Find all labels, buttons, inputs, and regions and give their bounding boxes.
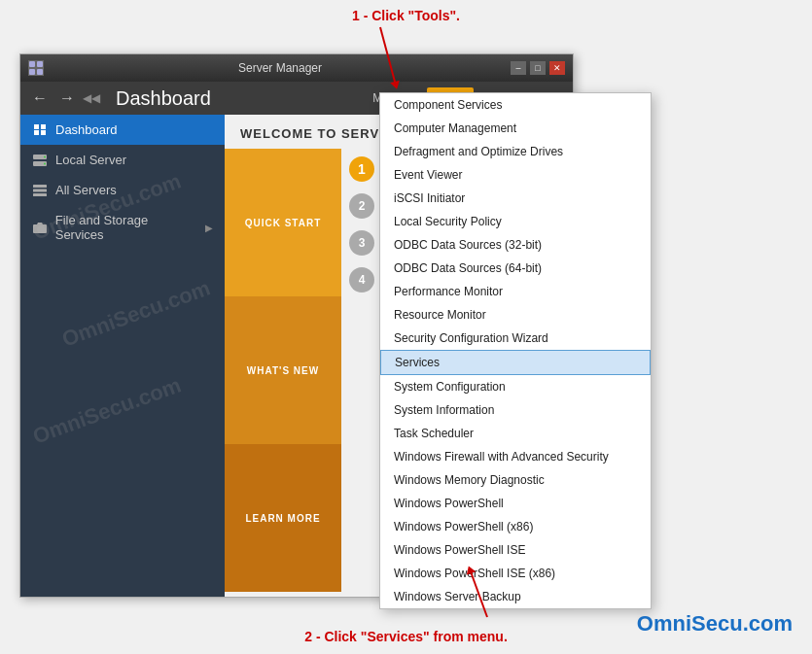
step-num-3: 3 — [349, 230, 374, 256]
minimize-button[interactable]: – — [511, 61, 526, 75]
menu-item-component-services[interactable]: Component Services — [380, 93, 651, 117]
menu-item-odbc-64[interactable]: ODBC Data Sources (64-bit) — [380, 257, 651, 280]
menu-item-odbc-32[interactable]: ODBC Data Sources (32-bit) — [380, 233, 651, 257]
menu-item-system-info[interactable]: System Information — [380, 398, 651, 422]
window-controls: – □ ✕ — [511, 61, 565, 75]
window-title: Server Manager — [50, 61, 511, 75]
sidebar-item-local-server[interactable]: Local Server — [20, 145, 225, 175]
menu-item-task-scheduler[interactable]: Task Scheduler — [380, 422, 651, 445]
watermark: OmniSecu.com — [637, 611, 793, 637]
watermark-suffix: Secu.com — [691, 611, 793, 636]
menu-item-iscsi[interactable]: iSCSI Initiator — [380, 187, 651, 210]
menu-item-security-config[interactable]: Security Configuration Wizard — [380, 327, 651, 350]
file-storage-chevron: ▶ — [205, 223, 213, 233]
tile-learn-more[interactable]: LEARN MORE — [225, 444, 341, 592]
menu-item-system-config[interactable]: System Configuration — [380, 375, 651, 398]
forward-button[interactable]: → — [55, 87, 79, 109]
svg-rect-0 — [29, 61, 35, 67]
sidebar: Dashboard Local Server All Servers File … — [20, 115, 225, 597]
svg-rect-11 — [33, 224, 47, 233]
menu-item-resource-monitor[interactable]: Resource Monitor — [380, 303, 651, 327]
menu-item-powershell-x86[interactable]: Windows PowerShell (x86) — [380, 515, 651, 538]
menu-item-perf-monitor[interactable]: Performance Monitor — [380, 280, 651, 303]
svg-point-6 — [44, 155, 46, 157]
dashboard-icon — [32, 123, 48, 137]
tiles-column: QUICK START WHAT'S NEW LEARN MORE — [225, 149, 341, 592]
tools-dropdown: Component Services Computer Management D… — [379, 92, 652, 609]
menu-item-powershell[interactable]: Windows PowerShell — [380, 492, 651, 515]
annotation-top: 1 - Click "Tools". — [352, 8, 460, 23]
svg-rect-8 — [33, 185, 47, 188]
sidebar-item-dashboard[interactable]: Dashboard — [20, 115, 225, 145]
close-button[interactable]: ✕ — [549, 61, 565, 75]
menu-item-computer-management[interactable]: Computer Management — [380, 117, 651, 140]
step-num-2: 2 — [349, 193, 374, 219]
svg-rect-1 — [37, 61, 43, 67]
svg-rect-9 — [33, 189, 47, 191]
sidebar-label-all-servers: All Servers — [55, 183, 117, 197]
svg-point-7 — [44, 162, 46, 164]
menu-item-server-backup[interactable]: Windows Server Backup — [380, 585, 651, 608]
title-bar: Server Manager – □ ✕ — [20, 54, 573, 82]
menu-item-event-viewer[interactable]: Event Viewer — [380, 163, 651, 187]
sidebar-label-file-storage: File and Storage Services — [55, 213, 197, 242]
menu-item-defragment[interactable]: Defragment and Optimize Drives — [380, 140, 651, 163]
maximize-button[interactable]: □ — [530, 61, 546, 75]
file-storage-icon — [32, 221, 48, 234]
menu-item-memory-diag[interactable]: Windows Memory Diagnostic — [380, 468, 651, 492]
watermark-prefix: Omni — [637, 611, 691, 636]
svg-rect-10 — [33, 193, 47, 196]
sidebar-item-all-servers[interactable]: All Servers — [20, 175, 225, 205]
tile-quick-start[interactable]: QUICK START — [225, 149, 341, 296]
sidebar-label-local-server: Local Server — [55, 153, 126, 167]
menu-item-powershell-ise[interactable]: Windows PowerShell ISE — [380, 538, 651, 562]
step-num-1: 1 — [349, 156, 374, 182]
window-icon — [28, 60, 44, 76]
tile-whats-new[interactable]: WHAT'S NEW — [225, 296, 341, 444]
page-title: Dashboard — [116, 87, 359, 110]
sidebar-label-dashboard: Dashboard — [55, 122, 118, 137]
back-button[interactable]: ← — [28, 87, 52, 109]
local-server-icon — [32, 154, 48, 167]
menu-item-windows-firewall[interactable]: Windows Firewall with Advanced Security — [380, 445, 651, 468]
all-servers-icon — [32, 184, 48, 197]
svg-rect-2 — [29, 69, 35, 75]
menu-item-local-security[interactable]: Local Security Policy — [380, 210, 651, 233]
svg-rect-3 — [37, 69, 43, 75]
sidebar-item-file-storage[interactable]: File and Storage Services ▶ — [20, 205, 225, 250]
step-num-4: 4 — [349, 267, 374, 293]
menu-item-services[interactable]: Services — [380, 350, 651, 375]
annotation-bottom: 2 - Click "Services" from menu. — [304, 629, 508, 644]
nav-separator: ◀◀ — [83, 91, 100, 105]
menu-item-powershell-ise-x86[interactable]: Windows PowerShell ISE (x86) — [380, 562, 651, 585]
